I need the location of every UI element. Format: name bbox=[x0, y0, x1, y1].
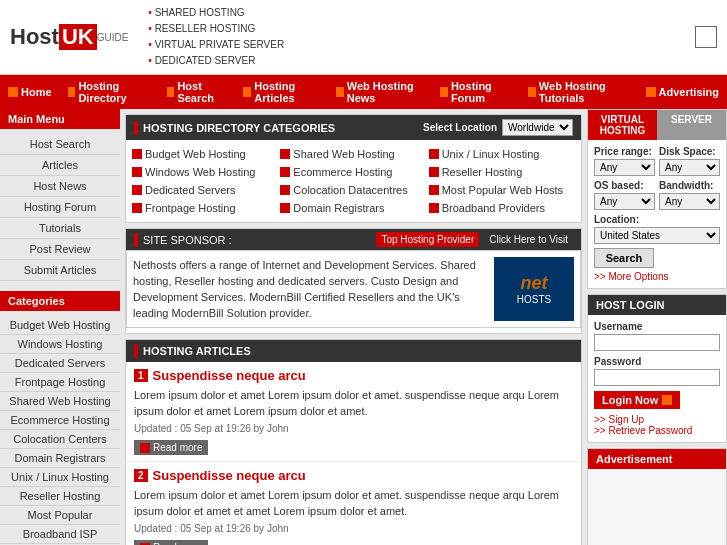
sidebar-item-host-search[interactable]: Host Search bbox=[0, 134, 120, 155]
navbar-item-hosting-directory[interactable]: Hosting Directory bbox=[60, 77, 159, 107]
nav-label: Advertising bbox=[659, 86, 720, 98]
article-item: 2Suspendisse neque arcuLorem ipsum dolor… bbox=[126, 462, 581, 545]
login-section: HOST LOGIN Username Password Login Now S… bbox=[587, 294, 727, 443]
dir-link[interactable]: Broadband Providers bbox=[429, 200, 575, 216]
articles-list: 1Suspendisse neque arcuLorem ipsum dolor… bbox=[126, 362, 581, 545]
username-label: Username bbox=[594, 321, 720, 332]
category-item-broadband[interactable]: Broadband ISP bbox=[0, 525, 120, 544]
category-item-shared-web[interactable]: Shared Web Hosting bbox=[0, 392, 120, 411]
location-select[interactable]: Worldwide bbox=[502, 119, 573, 136]
sign-up-link[interactable]: Sign Up bbox=[594, 414, 720, 425]
dir-link-label: Domain Registrars bbox=[293, 202, 384, 214]
tab-server[interactable]: SERVER bbox=[657, 110, 726, 140]
header-search-input[interactable] bbox=[695, 26, 717, 48]
search-button[interactable]: Search bbox=[594, 248, 654, 268]
article-title-2[interactable]: 2Suspendisse neque arcu bbox=[134, 468, 573, 483]
navbar-item-home[interactable]: Home bbox=[0, 77, 60, 107]
dir-link[interactable]: Reseller Hosting bbox=[429, 164, 575, 180]
sidebar-categories: Budget Web HostingWindows HostingDedicat… bbox=[0, 311, 120, 545]
price-select[interactable]: Any bbox=[594, 159, 655, 176]
dir-link-icon bbox=[132, 167, 142, 177]
navbar-item-web-hosting-tutorials[interactable]: Web Hosting Tutorials bbox=[520, 77, 638, 107]
dir-link[interactable]: Unix / Linux Hosting bbox=[429, 146, 575, 162]
sidebar-item-hosting-forum[interactable]: Hosting Forum bbox=[0, 197, 120, 218]
nav-icon bbox=[336, 87, 344, 97]
login-btn-icon bbox=[662, 395, 672, 405]
dir-link-icon bbox=[132, 203, 142, 213]
login-button-label: Login Now bbox=[602, 394, 658, 406]
dir-link[interactable]: Most Popular Web Hosts bbox=[429, 182, 575, 198]
article-item: 1Suspendisse neque arcuLorem ipsum dolor… bbox=[126, 362, 581, 462]
sidebar-item-tutorials[interactable]: Tutorials bbox=[0, 218, 120, 239]
sidebar-item-articles[interactable]: Articles bbox=[0, 155, 120, 176]
username-input[interactable] bbox=[594, 334, 720, 351]
navbar-item-hosting-forum[interactable]: Hosting Forum bbox=[432, 77, 520, 107]
nav-icon bbox=[440, 87, 448, 97]
article-body: Lorem ipsum dolor et amet Lorem ipsum do… bbox=[134, 387, 573, 419]
sidebar-categories-title: Categories bbox=[0, 291, 120, 311]
directory-section: HOSTING DIRECTORY CATEGORIES Select Loca… bbox=[125, 114, 582, 223]
dir-link[interactable]: Ecommerce Hosting bbox=[280, 164, 426, 180]
advertisement-body bbox=[588, 469, 726, 545]
sidebar-item-submit-articles[interactable]: Submit Articles bbox=[0, 260, 120, 281]
article-num: 2 bbox=[134, 469, 148, 482]
password-input[interactable] bbox=[594, 369, 720, 386]
read-more-button[interactable]: Read more bbox=[134, 440, 208, 455]
dir-link-icon bbox=[280, 167, 290, 177]
nav-label: Host Search bbox=[177, 80, 227, 104]
header-link-item: RESELLER HOSTING bbox=[148, 21, 284, 37]
article-title-1[interactable]: 1Suspendisse neque arcu bbox=[134, 368, 573, 383]
navbar-item-hosting-articles[interactable]: Hosting Articles bbox=[235, 77, 327, 107]
category-item-ecommerce-hosting[interactable]: Ecommerce Hosting bbox=[0, 411, 120, 430]
dir-link[interactable]: Colocation Datacentres bbox=[280, 182, 426, 198]
os-select[interactable]: Any bbox=[594, 193, 655, 210]
sponsor-visit: Click Here to Visit bbox=[484, 232, 573, 247]
nav-icon bbox=[167, 87, 175, 97]
nav-icon bbox=[528, 87, 536, 97]
login-button[interactable]: Login Now bbox=[594, 391, 680, 409]
sponsor-text: Nethosts offers a range of Internet and … bbox=[133, 257, 484, 321]
dir-link[interactable]: Windows Web Hosting bbox=[132, 164, 278, 180]
category-item-windows-hosting[interactable]: Windows Hosting bbox=[0, 335, 120, 354]
logo: Host UK GUIDE bbox=[10, 24, 128, 50]
nav-label: Web Hosting Tutorials bbox=[539, 80, 630, 104]
dir-link[interactable]: Frontpage Hosting bbox=[132, 200, 278, 216]
category-item-budget-web[interactable]: Budget Web Hosting bbox=[0, 316, 120, 335]
sponsor-logo-sub: HOSTS bbox=[517, 294, 551, 305]
right-sidebar: VIRTUAL HOSTING SERVER Price range: Any … bbox=[587, 109, 727, 545]
navbar-item-advertising[interactable]: Advertising bbox=[638, 77, 728, 107]
dir-link[interactable]: Shared Web Hosting bbox=[280, 146, 426, 162]
sidebar-item-post-review[interactable]: Post Review bbox=[0, 239, 120, 260]
navbar-item-host-search[interactable]: Host Search bbox=[159, 77, 236, 107]
more-options-link[interactable]: More Options bbox=[594, 271, 720, 282]
sidebar-item-host-news[interactable]: Host News bbox=[0, 176, 120, 197]
retrieve-password-link[interactable]: Retrieve Password bbox=[594, 425, 720, 436]
directory-grid: Budget Web HostingShared Web HostingUnix… bbox=[126, 140, 581, 222]
bandwidth-select[interactable]: Any bbox=[659, 193, 720, 210]
navbar-item-web-hosting-news[interactable]: Web Hosting News bbox=[328, 77, 432, 107]
disk-select[interactable]: Any bbox=[659, 159, 720, 176]
category-item-unix-linux[interactable]: Unix / Linux Hosting bbox=[0, 468, 120, 487]
category-item-frontpage-hosting[interactable]: Frontpage Hosting bbox=[0, 373, 120, 392]
bandwidth-label: Bandwidth: bbox=[659, 180, 720, 191]
dir-link[interactable]: Dedicated Servers bbox=[132, 182, 278, 198]
sidebar: Main Menu Host SearchArticlesHost NewsHo… bbox=[0, 109, 120, 545]
category-item-most-popular[interactable]: Most Popular bbox=[0, 506, 120, 525]
dir-link[interactable]: Domain Registrars bbox=[280, 200, 426, 216]
category-item-colocation[interactable]: Colocation Centers bbox=[0, 430, 120, 449]
category-item-domain-registrars[interactable]: Domain Registrars bbox=[0, 449, 120, 468]
read-more-button[interactable]: Read more bbox=[134, 540, 208, 545]
dir-link[interactable]: Budget Web Hosting bbox=[132, 146, 278, 162]
sponsor-logo-text: net bbox=[521, 273, 548, 294]
category-item-dedicated-servers[interactable]: Dedicated Servers bbox=[0, 354, 120, 373]
header-search bbox=[695, 26, 717, 48]
logo-uk: UK bbox=[59, 24, 97, 50]
sidebar-menu: Host SearchArticlesHost NewsHosting Foru… bbox=[0, 129, 120, 286]
tab-virtual-hosting[interactable]: VIRTUAL HOSTING bbox=[588, 110, 657, 140]
sidebar-main-title: Main Menu bbox=[0, 109, 120, 129]
category-item-reseller[interactable]: Reseller Hosting bbox=[0, 487, 120, 506]
virtual-location-select[interactable]: United States bbox=[594, 227, 720, 244]
select-location-label: Select Location bbox=[423, 122, 497, 133]
article-body: Lorem ipsum dolor et amet Lorem ipsum do… bbox=[134, 487, 573, 519]
login-links: Sign Up Retrieve Password bbox=[594, 414, 720, 436]
